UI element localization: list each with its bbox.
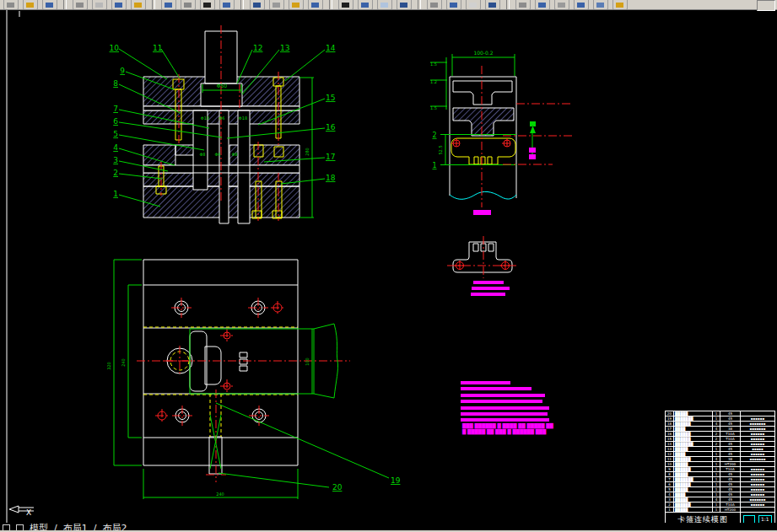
bom-cell-material: HT200 [720,462,741,466]
dim-small-3: Φ18 [239,116,247,121]
toolbar-icon[interactable] [181,0,196,10]
dim-web: 1.2 [430,79,437,84]
tab-scroll-icon[interactable] [3,524,10,530]
toolbar-icon[interactable] [338,0,353,10]
dim-strip-width: 100-0.2 [473,50,493,56]
bom-cell-standard: ▪▪▪▪▪▪▪ [741,497,774,502]
toolbar-icon[interactable] [485,0,500,10]
toolbar-icon[interactable] [308,0,323,10]
bom-cell-standard: ▪▪▪▪▪▪ [741,482,774,486]
section-view: 1 2 3 4 5 6 7 8 9 10 11 12 13 14 15 16 1… [110,25,336,223]
bom-cell-seq: 5 [666,487,674,492]
dim-small-5: Φ6 [214,152,220,157]
feed-arrow [530,121,536,133]
bom-cell-standard: ▪▪▪▪▪ [741,447,774,451]
tab-layout1[interactable]: 布局1 [63,523,88,530]
toolbar-icon[interactable] [92,0,107,10]
bom-cell-name: ██████ [674,482,713,486]
bom-cell-qty: 1 [713,472,720,476]
notes-bars [461,381,549,422]
toolbar-icon-glyph [488,3,496,8]
toolbar-separator [418,0,421,10]
title-block: 20█████14519███████145▪▪▪▪▪▪18██████445▪… [665,411,775,528]
toolbar-icon[interactable] [466,0,481,10]
toolbar-icon[interactable] [397,0,412,10]
toolbar-icon[interactable] [377,0,392,10]
dim-section-height: 280 [305,148,310,156]
bom-cell-qty: 1 [713,508,720,512]
bom-cell-standard: ▪▪▪▪▪▪ [741,437,774,441]
toolbar-icon-glyph [292,3,299,8]
bom-cell-name: ████ [674,452,713,456]
bom-cell-qty: 1 [713,477,720,481]
toolbar-icon-glyph [46,3,53,8]
toolbar-icon[interactable] [3,0,19,10]
notes-line-8: ███ ██████ █ ████ ██ █████ ██ [461,422,554,429]
bom-cell-name: ██████ [674,457,713,461]
tab-layout2[interactable]: 布局2 [102,523,127,530]
part-outline [453,242,512,272]
strip-layout-view: 100-0.2 1.5 1.2 1.5 52.5 2 1 [430,50,572,215]
toolbar-icon[interactable] [554,0,569,10]
toolbar-icon-glyph [538,3,546,8]
bom-cell-seq: 4 [666,492,674,497]
callout-10: 10 [110,44,120,52]
bom-cell-qty: 1 [713,487,720,492]
technical-notes: ███ ██████ █ ████ ██ █████ ██ █ █████ ██… [461,381,554,435]
toolbar-icon[interactable] [200,0,215,10]
strip-blank-outline [453,81,512,105]
toolbar-icon-glyph [380,3,388,8]
bom-cell-seq: 8 [666,472,674,476]
toolbar-icon[interactable] [269,0,284,10]
tab-scroll-icon[interactable] [16,524,24,530]
toolbar-icon[interactable] [219,0,235,10]
bom-cell-qty: 2 [713,442,720,446]
callout-4: 4 [113,143,118,152]
toolbar-icon[interactable] [358,0,373,10]
bom-cell-seq: 17 [666,427,674,431]
toolbar-icon[interactable] [427,0,442,10]
dim-plan-width: 240 [216,492,224,497]
callout-17: 17 [326,153,335,161]
toolbar-icon[interactable] [289,0,304,10]
toolbar-icon[interactable] [111,0,127,10]
bom-cell-qty: 1 [713,411,720,416]
bom-cell-name: █████ [674,447,713,451]
toolbar-icon[interactable] [574,0,589,10]
callout-5: 5 [113,130,118,138]
bom-cell-standard: ▪▪▪▪▪▪ [741,452,774,456]
toolbar-icon[interactable] [250,0,265,10]
toolbar-icon[interactable] [593,0,608,10]
toolbar-icon[interactable] [535,0,550,10]
bom-cell-name: ███████ [674,416,713,421]
toolbar-icon[interactable] [515,0,531,10]
toolbar-icon[interactable] [446,0,461,10]
bom-cell-qty: 4 [713,457,720,461]
toolbar-separator [240,0,244,10]
strip-edges [450,77,516,198]
toolbar-icon[interactable] [73,0,88,10]
plan-dimension-lines [114,260,389,499]
bom-cell-standard: ▪▪▪▪▪▪ [741,477,774,481]
bom-cell-material: 45 [720,492,741,497]
toolbar-icon[interactable] [23,0,38,10]
callout-3: 3 [113,156,118,164]
plan-outline [143,260,298,474]
drawing-canvas[interactable]: X 1 2 3 4 5 6 7 8 9 10 11 12 13 14 15 16… [0,0,777,532]
toolbar-icon[interactable] [42,0,57,10]
bom-rows: 20█████14519███████145▪▪▪▪▪▪18██████445▪… [666,411,774,513]
strip-break-line [450,191,516,199]
toolbar-icon-glyph [519,3,526,8]
sheet-border [7,10,19,524]
bom-cell-name: █████ [674,487,713,492]
strip-formed-part [451,138,515,164]
toolbar-icon[interactable] [131,0,146,10]
bom-cell-name: ██████ [674,422,713,426]
bom-cell-standard [741,462,774,466]
toolbar-icon[interactable] [161,0,176,10]
tab-model[interactable]: 模型 [30,523,48,530]
bom-cell-standard: ▪▪▪▪▪▪ [741,442,774,446]
toolbar-icon[interactable] [612,0,628,10]
callout-14: 14 [326,44,336,52]
toolbar-icon-glyph [616,3,623,8]
